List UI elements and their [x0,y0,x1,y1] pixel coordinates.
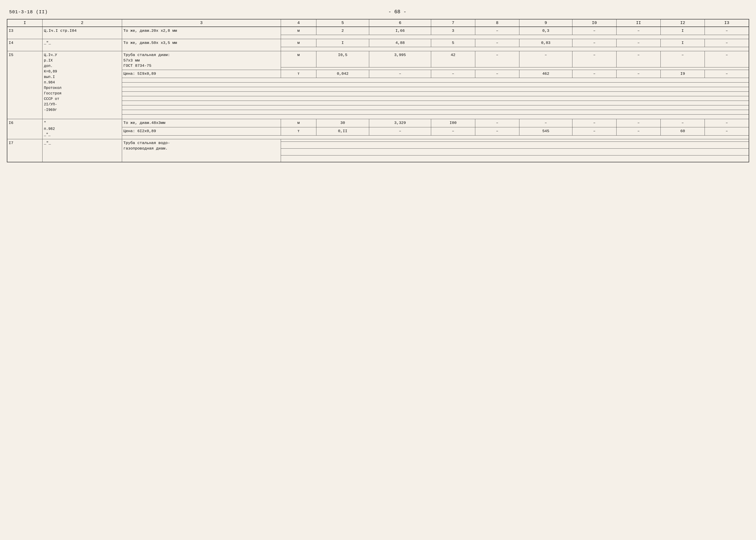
row-price-label: Цена: 6I2х0,89 [122,127,281,135]
col6: 4,88 [369,39,431,47]
col-header-8: 8 [475,19,519,27]
col6: – [369,70,431,78]
unit: м [281,27,316,35]
col10: – [572,119,616,127]
col10: – [572,70,616,78]
unit: м [281,119,316,127]
col8: – [475,27,519,35]
col5: I0,5 [316,51,369,67]
row-id: I4 [7,39,43,51]
col6: I,66 [369,27,431,35]
col13: – [705,127,749,135]
col9: 0,3 [519,27,572,35]
col12: I [661,39,705,47]
row-ref: _"_ [43,139,122,162]
header-center: - 68 - [388,9,406,15]
col13: – [705,39,749,47]
row-ref: "п.982_"_ [43,119,122,139]
col7: 5 [431,39,475,47]
col10: – [572,39,616,47]
col10: – [572,127,616,135]
row-desc: То же, диам.50х x3,5 мм [122,39,281,51]
col7: – [431,70,475,78]
col5: I [316,39,369,47]
row-id: I6 [7,119,43,139]
col7: I00 [431,119,475,127]
unit: м [281,51,316,67]
row-desc: Труба стальная водо-газопроводная диам. [122,139,281,162]
row-id: I5 [7,51,43,119]
unit: т [281,127,316,135]
col5: 2 [316,27,369,35]
col6: – [369,127,431,135]
col8: – [475,51,519,67]
row-desc: То же, диам.20х x2,8 мм [122,27,281,39]
unit: т [281,70,316,78]
col13: – [705,27,749,35]
row-id: I7 [7,139,43,162]
row-id: I3 [7,27,43,39]
col-header-4: 4 [281,19,316,27]
col11: – [616,51,661,67]
header-left: 501-3-18 (II) [9,9,48,15]
col12: 60 [661,127,705,135]
row-ref: _"_ [43,39,122,51]
col9: 462 [519,70,572,78]
col7: 3 [431,27,475,35]
col7: 42 [431,51,475,67]
row-ref: Ц.Iч.I стр.I04 [43,27,122,39]
table-row: I3 Ц.Iч.I стр.I04 То же, диам.20х x2,8 м… [7,27,749,35]
col12: – [661,51,705,67]
col-header-5: 5 [316,19,369,27]
col-header-13: I3 [705,19,749,27]
col13: – [705,51,749,67]
col8: – [475,70,519,78]
col-header-10: I0 [572,19,616,27]
col8: – [475,39,519,47]
col-header-7: 7 [431,19,475,27]
col8: – [475,127,519,135]
col11: – [616,119,661,127]
table-row: I5 Ц.Iч.Ур.IXдоп.К=0,89вып.Iп.984Протоко… [7,51,749,67]
page-header: 501-3-18 (II) - 68 - [7,9,749,15]
row-desc: То же, диам.48х3мм [122,119,281,127]
col12: – [661,119,705,127]
main-table: I 2 3 4 5 6 7 8 9 I0 II I2 I3 I3 Ц.Iч.I … [7,19,749,162]
col9: – [519,119,572,127]
table-row: I6 "п.982_"_ То же, диам.48х3мм м 30 3,3… [7,119,749,127]
col9: 0,83 [519,39,572,47]
col11: – [616,27,661,35]
col11: – [616,127,661,135]
col-header-1: I [7,19,43,27]
unit: м [281,39,316,47]
col-header-11: II [616,19,661,27]
col5: 0,II [316,127,369,135]
col12: I9 [661,70,705,78]
col11: – [616,39,661,47]
col12: I [661,27,705,35]
col-header-9: 9 [519,19,572,27]
row-desc: Труба стальная диам:57х3 ммГОСТ 8734-75 [122,51,281,70]
col6: 3,329 [369,119,431,127]
col5: 0,042 [316,70,369,78]
table-row: I7 _"_ Труба стальная водо-газопроводная… [7,139,749,142]
col9: – [519,51,572,67]
col10: – [572,51,616,67]
col-header-12: I2 [661,19,705,27]
column-headers: I 2 3 4 5 6 7 8 9 I0 II I2 I3 [7,19,749,27]
row-price-label: Цена: 5I9х0,89 [122,70,281,78]
col11: – [616,70,661,78]
col8: – [475,119,519,127]
col-header-3: 3 [122,19,281,27]
col-header-2: 2 [43,19,122,27]
col13: – [705,119,749,127]
col6: 3,995 [369,51,431,67]
col13: – [705,70,749,78]
col-header-6: 6 [369,19,431,27]
row-ref: Ц.Iч.Ур.IXдоп.К=0,89вып.Iп.984ПротоколГо… [43,51,122,119]
col7: – [431,127,475,135]
col9: 545 [519,127,572,135]
col10: – [572,27,616,35]
table-row: I4 _"_ То же, диам.50х x3,5 мм м I 4,88 … [7,39,749,47]
col5: 30 [316,119,369,127]
